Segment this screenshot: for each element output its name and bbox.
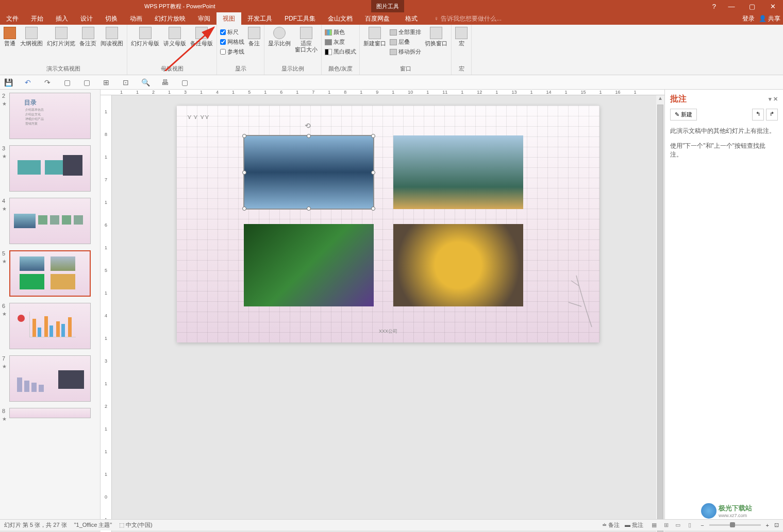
language-indicator[interactable]: ⬚ 中文(中国) <box>119 521 152 529</box>
tab-developer[interactable]: 开发工具 <box>241 12 278 25</box>
slide-canvas[interactable]: ⋎ ⋎ ⋎⋎ ⟲ XXX公司 <box>112 95 664 532</box>
ruler-checkbox[interactable]: 标尺 <box>219 28 245 37</box>
scrollbar-thumb[interactable] <box>657 105 663 532</box>
tab-insert[interactable]: 插入 <box>49 12 74 25</box>
resize-handle[interactable] <box>242 134 246 138</box>
zoom-slider[interactable] <box>709 524 761 526</box>
switch-window-button[interactable]: 切换窗口 <box>423 26 449 47</box>
zoom-button[interactable]: 显示比例 <box>266 26 292 47</box>
notes-master-button[interactable]: 备注母版 <box>189 26 214 47</box>
normal-view-button[interactable]: 普通 <box>2 26 18 47</box>
resize-handle[interactable] <box>307 134 311 138</box>
tab-transition[interactable]: 切换 <box>99 12 124 25</box>
thumbnail-slide-2[interactable]: 2 ★ 目录 介绍基本信息 介绍企文化 详细介绍产品 营销方案 <box>0 90 100 142</box>
image-mountain-lake[interactable]: ⟲ <box>244 135 374 209</box>
help-icon[interactable]: ? <box>712 3 716 10</box>
horizontal-ruler[interactable]: 112131415161718191101111121131141151161 <box>101 90 664 95</box>
fit-window-button[interactable]: 适应 窗口大小 <box>293 26 319 54</box>
tab-format[interactable]: 格式 <box>399 12 424 25</box>
tab-jinshan[interactable]: 金山文档 <box>322 12 359 25</box>
blackwhite-button[interactable]: 黑白模式 <box>324 47 357 56</box>
tell-me-search[interactable]: ♀ 告诉我您想要做什么... <box>434 14 502 23</box>
sorter-view-icon[interactable]: ⊞ <box>660 521 672 530</box>
tab-design[interactable]: 设计 <box>74 12 99 25</box>
animation-star-icon: ★ <box>2 364 7 369</box>
scroll-up-icon[interactable]: ▲ <box>656 95 664 104</box>
undo-icon[interactable]: ↶ <box>23 77 33 88</box>
next-comment-button[interactable]: ↱ <box>766 109 778 121</box>
qat-btn-4[interactable]: ▢ <box>62 77 72 88</box>
qat-btn-6[interactable]: ⊞ <box>101 77 111 88</box>
maximize-button[interactable]: ▢ <box>742 3 762 10</box>
arrange-all-button[interactable]: 全部重排 <box>389 28 422 37</box>
gridlines-checkbox[interactable]: 网格线 <box>219 38 245 46</box>
zoom-out-icon[interactable]: − <box>701 522 704 528</box>
grayscale-button[interactable]: 灰度 <box>324 38 357 46</box>
comments-toggle[interactable]: ▬ 批注 <box>625 521 643 529</box>
vertical-scrollbar[interactable]: ▲ ▼ ≡ <box>656 95 664 532</box>
resize-handle[interactable] <box>242 207 246 211</box>
minimize-button[interactable]: — <box>721 3 742 10</box>
slideshow-view-icon[interactable]: ▯ <box>684 521 695 530</box>
thumbnail-slide-5[interactable]: 5 ★ <box>0 247 100 300</box>
sorter-view-button[interactable]: 幻灯片浏览 <box>45 26 77 47</box>
redo-icon[interactable]: ↷ <box>42 77 53 88</box>
save-icon[interactable]: 💾 <box>3 77 13 88</box>
notes-button[interactable]: 备注 <box>246 26 262 47</box>
image-autumn-lake[interactable] <box>393 135 523 209</box>
reading-view-icon[interactable]: ▭ <box>672 521 684 530</box>
notes-page-button[interactable]: 备注页 <box>78 26 98 47</box>
slide-master-button[interactable]: 幻灯片母版 <box>129 26 161 47</box>
qat-btn-7[interactable]: ⊡ <box>121 77 131 88</box>
slide-counter[interactable]: 幻灯片 第 5 张，共 27 张 <box>4 521 67 529</box>
rotate-handle-icon[interactable]: ⟲ <box>305 122 313 130</box>
resize-handle[interactable] <box>371 134 375 138</box>
vertical-ruler[interactable]: 181716151413121110111213141516171819 <box>101 95 112 532</box>
thumbnail-slide-7[interactable]: 7 ★ <box>0 352 100 405</box>
normal-view-icon[interactable]: ▦ <box>648 521 660 530</box>
tab-animation[interactable]: 动画 <box>124 12 148 25</box>
move-split-button[interactable]: 移动拆分 <box>389 47 422 56</box>
resize-handle[interactable] <box>242 170 246 175</box>
new-window-button[interactable]: 新建窗口 <box>362 26 388 47</box>
image-green-leaves[interactable] <box>244 224 374 306</box>
color-button[interactable]: 颜色 <box>324 28 357 37</box>
thumbnail-slide-8[interactable]: 8 ★ <box>0 405 100 421</box>
tab-review[interactable]: 审阅 <box>192 12 216 25</box>
handout-master-button[interactable]: 讲义母版 <box>162 26 188 47</box>
tab-slideshow[interactable]: 幻灯片放映 <box>148 12 192 25</box>
resize-handle[interactable] <box>371 170 375 175</box>
thumbnail-slide-3[interactable]: 3 ★ <box>0 142 100 195</box>
tab-pdftools[interactable]: PDF工具集 <box>278 12 322 25</box>
start-from-beginning-icon[interactable]: ▢ <box>81 77 92 88</box>
tab-file[interactable]: 文件 <box>0 12 25 25</box>
new-comment-button[interactable]: ✎ 新建 <box>670 109 697 121</box>
login-button[interactable]: 登录 <box>742 14 755 23</box>
cascade-button[interactable]: 层叠 <box>389 38 422 46</box>
tab-view[interactable]: 视图 <box>216 12 241 25</box>
reading-view-button[interactable]: 阅读视图 <box>99 26 125 47</box>
tab-baidu[interactable]: 百度网盘 <box>359 12 396 25</box>
notes-toggle[interactable]: ≐ 备注 <box>602 521 620 529</box>
image-maple-leaf[interactable] <box>393 224 523 306</box>
thumbnail-slide-4[interactable]: 4 ★ <box>0 195 100 247</box>
panel-dropdown-icon[interactable]: ▾ <box>769 96 772 102</box>
resize-handle[interactable] <box>371 207 375 211</box>
share-button[interactable]: 👤 共享 <box>759 14 780 23</box>
macros-button[interactable]: 宏 <box>454 26 469 47</box>
slide[interactable]: ⋎ ⋎ ⋎⋎ ⟲ XXX公司 <box>177 106 599 342</box>
panel-close-icon[interactable]: ✕ <box>773 96 778 102</box>
close-button[interactable]: ✕ <box>762 3 783 10</box>
slide-thumbnails-panel[interactable]: 2 ★ 目录 介绍基本信息 介绍企文化 详细介绍产品 营销方案 3 ★ <box>0 90 101 519</box>
zoom-in-icon[interactable]: + <box>766 522 769 528</box>
thumbnail-slide-6[interactable]: 6 ★ <box>0 300 100 352</box>
prev-comment-button[interactable]: ↰ <box>752 109 764 121</box>
qat-btn-8[interactable]: 🔍 <box>140 77 151 88</box>
fit-to-window-icon[interactable]: ⊡ <box>774 522 779 528</box>
guides-checkbox[interactable]: 参考线 <box>219 47 245 56</box>
tab-home[interactable]: 开始 <box>25 12 49 25</box>
qat-btn-9[interactable]: 🖶 <box>160 77 170 88</box>
qat-btn-10[interactable]: ▢ <box>179 77 190 88</box>
outline-view-button[interactable]: 大纲视图 <box>19 26 44 47</box>
resize-handle[interactable] <box>307 207 311 211</box>
